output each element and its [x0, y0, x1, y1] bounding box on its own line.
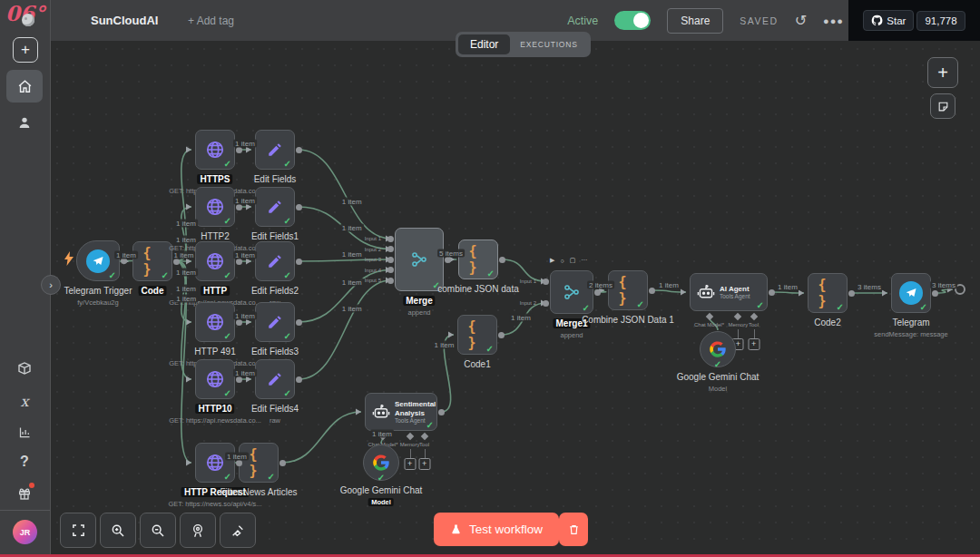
node-merge[interactable]: ✓	[395, 228, 444, 291]
output-port[interactable]	[236, 376, 242, 383]
add-memory-button[interactable]: +	[404, 458, 416, 470]
notification-dot	[29, 483, 34, 488]
zoom-in-button[interactable]	[100, 513, 136, 548]
output-port[interactable]	[296, 376, 302, 383]
delete-workflow-button[interactable]	[559, 513, 588, 546]
agent-port-memory[interactable]	[406, 433, 413, 440]
add-tool-button[interactable]: +	[748, 338, 760, 350]
output-port[interactable]	[649, 288, 655, 294]
input-port[interactable]	[387, 267, 394, 273]
workflow-canvas[interactable]: ✓Telegram Triggerfy/Vcebkau2g{ }✓Code✓HT…	[0, 41, 980, 557]
more-options-icon[interactable]: ●●●	[823, 15, 844, 26]
node-toolbar-power-icon[interactable]: ○	[560, 258, 564, 264]
agent-port-tool[interactable]	[750, 313, 757, 320]
node-ef1[interactable]: ✓	[255, 130, 295, 170]
node-toolbar-more-icon[interactable]: ⋯	[581, 257, 587, 264]
add-tool-button[interactable]: +	[418, 458, 430, 470]
node-sent[interactable]: Sentimental AnalysisTools Agent✓	[365, 393, 437, 431]
node-ai[interactable]: AI AgentTools Agent✓	[690, 273, 768, 311]
output-port[interactable]	[499, 257, 505, 263]
output-port[interactable]	[236, 259, 242, 265]
node-toolbar-play-icon[interactable]: ▶	[550, 257, 554, 264]
output-port[interactable]	[236, 319, 242, 326]
output-port[interactable]	[932, 290, 938, 297]
output-port[interactable]	[769, 289, 775, 296]
sidebar-item-whats-new[interactable]	[6, 477, 43, 510]
input-port[interactable]	[543, 300, 549, 307]
sidebar-item-personal[interactable]	[6, 106, 43, 139]
tab-editor[interactable]: Editor	[458, 34, 510, 54]
node-code[interactable]: { }✓	[132, 241, 172, 281]
node-combine1[interactable]: { }✓	[608, 270, 648, 310]
node-http2[interactable]: ✓	[195, 187, 235, 227]
node-ef3[interactable]: ✓	[255, 241, 295, 281]
node-gemini2[interactable]: ✓	[363, 445, 399, 481]
node-http4[interactable]: ✓	[195, 302, 235, 342]
add-sticky-note-button[interactable]	[930, 93, 956, 119]
zoom-to-fit-button[interactable]	[60, 513, 96, 548]
output-port[interactable]	[594, 289, 601, 296]
output-port[interactable]	[296, 204, 302, 210]
tab-executions[interactable]: Executions	[510, 36, 587, 53]
active-toggle[interactable]	[614, 11, 651, 30]
node-http5[interactable]: ✓	[195, 359, 235, 399]
input-port[interactable]	[387, 257, 394, 263]
node-code1[interactable]: { }✓	[457, 315, 497, 355]
github-star-count[interactable]: 91,778	[916, 11, 965, 31]
history-icon[interactable]: ↺	[795, 14, 807, 28]
node-toolbar-delete-icon[interactable]: ▢	[570, 257, 576, 264]
test-workflow-button[interactable]: Test workflow	[434, 513, 559, 546]
node-code2[interactable]: { }✓	[808, 273, 848, 313]
sidebar-item-templates[interactable]	[6, 352, 43, 385]
github-star-button[interactable]: Star	[863, 10, 914, 31]
output-port[interactable]	[236, 147, 242, 153]
output-port[interactable]	[438, 409, 445, 415]
node-filter[interactable]: { }✓	[239, 443, 279, 483]
node-httpR[interactable]: ✓	[195, 443, 235, 483]
agent-port-memory[interactable]	[734, 313, 741, 320]
add-node-button[interactable]: +	[927, 57, 958, 88]
output-port[interactable]	[279, 460, 286, 466]
node-merge1[interactable]: ✓	[550, 270, 593, 314]
input-port[interactable]	[387, 278, 394, 284]
node-http3[interactable]: ✓	[195, 241, 235, 281]
output-port[interactable]	[848, 290, 855, 297]
node-tg-out[interactable]: ✓	[891, 273, 931, 313]
new-workflow-button[interactable]: +	[13, 37, 38, 63]
sidebar-item-insights[interactable]	[6, 415, 43, 448]
connection-label: 1 item	[233, 140, 257, 148]
sidebar-expand-chevron[interactable]: ›	[41, 275, 61, 295]
output-port[interactable]	[296, 259, 302, 265]
n8n-workflow-editor: { "colors":{"accent":"#ff6e5d","toggle_o…	[0, 0, 980, 557]
tidy-up-button[interactable]	[220, 513, 256, 548]
output-port[interactable]	[236, 204, 242, 210]
add-tag-button[interactable]: + Add tag	[188, 15, 234, 27]
node-ef4[interactable]: ✓	[255, 302, 295, 342]
output-port[interactable]	[296, 147, 302, 153]
agent-port-tool[interactable]	[420, 433, 427, 440]
workflow-name[interactable]: SunCloudAI	[91, 14, 158, 27]
sidebar-item-help[interactable]: ?	[6, 445, 43, 478]
agent-port-chat-model-[interactable]	[705, 313, 712, 320]
output-port[interactable]	[173, 259, 180, 265]
zoom-out-button[interactable]	[140, 513, 176, 548]
node-http1[interactable]: ✓	[195, 130, 235, 170]
success-check-icon: ✓	[426, 420, 434, 430]
user-avatar[interactable]: JR	[13, 520, 37, 544]
share-button[interactable]: Share	[667, 8, 723, 34]
output-port[interactable]	[236, 460, 242, 466]
node-combine[interactable]: { }✓	[458, 239, 498, 279]
node-ef2[interactable]: ✓	[255, 187, 295, 227]
sidebar-item-variables[interactable]: x	[6, 385, 43, 417]
output-port[interactable]	[498, 332, 505, 338]
output-port[interactable]	[445, 257, 451, 263]
node-ef5[interactable]: ✓	[255, 359, 295, 399]
reset-zoom-button[interactable]	[180, 513, 216, 548]
node-telegram-trigger[interactable]: ✓	[76, 240, 120, 281]
output-port[interactable]	[296, 319, 302, 326]
input-port[interactable]	[387, 236, 394, 242]
sidebar-item-overview[interactable]	[6, 70, 43, 103]
node-gemini1[interactable]: ✓	[700, 331, 736, 367]
input-port[interactable]	[387, 246, 394, 252]
input-port[interactable]	[543, 278, 549, 285]
